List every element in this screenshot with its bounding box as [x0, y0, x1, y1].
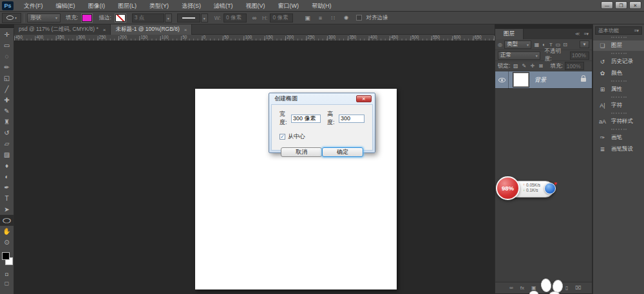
window-control-close[interactable]: ✕ — [629, 1, 641, 9]
fill-opacity-field[interactable]: 100% — [565, 62, 584, 70]
tool-quick-selection[interactable]: ✏ — [0, 62, 14, 73]
tool-zoom[interactable]: ⊙ — [0, 237, 14, 248]
tool-ellipse[interactable]: ◯ — [0, 215, 14, 226]
icon-filter-type-layers[interactable]: T — [547, 42, 554, 48]
stroke-width-field[interactable]: 3 点 — [132, 14, 164, 23]
tool-blur[interactable]: ♦ — [0, 160, 14, 171]
tab-close-icon[interactable]: × — [103, 27, 106, 33]
menu-type[interactable]: 类型(Y) — [143, 0, 175, 12]
icon-filter-adjustment-layers[interactable]: ◐ — [540, 42, 547, 48]
tool-eyedropper[interactable]: ╱ — [0, 84, 14, 95]
tool-crop[interactable]: ◱ — [0, 73, 14, 84]
menu-file[interactable]: 文件(F) — [17, 0, 50, 12]
stroke-color-swatch[interactable] — [115, 14, 126, 22]
tool-path-selection[interactable]: ➤ — [0, 204, 14, 215]
icon-link-layers[interactable]: ∞ — [509, 285, 513, 291]
icon-lock-position[interactable]: ✛ — [529, 63, 536, 69]
stroke-type-dropdown[interactable]: ▾ — [201, 14, 208, 23]
dock-panel-history[interactable]: ↺ 历史记录 — [593, 57, 644, 67]
window-control-minimize[interactable]: — — [601, 1, 613, 9]
from-center-checkbox[interactable]: ✓ — [279, 134, 285, 140]
tab-close-icon[interactable]: × — [184, 27, 187, 33]
icon-new-layer[interactable]: ▯ — [565, 285, 568, 291]
icon-gear[interactable]: ✺ — [341, 15, 351, 21]
panel-label: 画笔 — [611, 134, 622, 142]
icon-path-arrangement[interactable]: ∷ — [328, 15, 338, 21]
dialog-close-button[interactable]: ✕ — [356, 95, 372, 102]
tool-gradient[interactable]: ▨ — [0, 149, 14, 160]
layer-thumbnail[interactable] — [513, 73, 529, 87]
assistant-ball-button[interactable]: ♥ — [544, 183, 556, 194]
foreground-color-swatch[interactable] — [2, 252, 10, 260]
menu-layer[interactable]: 图层(L) — [111, 0, 143, 12]
icon-lock-transparent-pixels[interactable]: ▨ — [512, 63, 519, 69]
document-tab-psd-document[interactable]: psd @ 117% (二维码, CMYK/8) * × — [14, 24, 111, 35]
layer-row-background[interactable]: 背景 — [495, 71, 592, 89]
tool-history-brush[interactable]: ↺ — [0, 127, 14, 138]
tool-marquee[interactable]: ▭ — [0, 40, 14, 51]
tool-preset-picker[interactable]: ▾ — [2, 13, 21, 23]
dock-panel-brush-presets[interactable]: ≣ 画笔预设 — [593, 144, 644, 154]
tool-hand[interactable]: ✋ — [0, 226, 14, 237]
blend-mode-select[interactable]: 正常 ▾ — [498, 51, 540, 60]
menu-window[interactable]: 窗口(W) — [272, 0, 306, 12]
fill-color-swatch[interactable] — [82, 14, 92, 22]
icon-lock-all[interactable]: ⊠ — [537, 63, 544, 69]
tool-clone-stamp[interactable]: ♜ — [0, 116, 14, 127]
stroke-width-dropdown[interactable]: ▾ — [165, 14, 172, 23]
tool-healing-brush[interactable]: ✚ — [0, 95, 14, 106]
tool-pen[interactable]: ✒ — [0, 182, 14, 193]
icon-delete-layer[interactable]: ⌧ — [575, 285, 581, 291]
ellipse-width-input[interactable] — [291, 115, 321, 123]
dock-panel-color[interactable]: ✿ 颜色 — [593, 68, 644, 78]
tool-type[interactable]: T — [0, 193, 14, 204]
quick-mask-button[interactable]: ◘ — [0, 270, 14, 279]
icon-lock-image-pixels[interactable]: ✎ — [520, 63, 527, 69]
tool-eraser[interactable]: ▱ — [0, 138, 14, 149]
dock-panel-layers[interactable]: ❏ 图层 — [593, 41, 644, 51]
shape-height-field[interactable]: 0 像素 — [270, 14, 293, 23]
opacity-field[interactable]: 100% — [570, 51, 589, 60]
optimization-badge[interactable]: 98% — [496, 176, 520, 200]
menu-view[interactable]: 视图(V) — [240, 0, 272, 12]
menu-select[interactable]: 选择(S) — [175, 0, 207, 12]
dock-panel-character-styles[interactable]: aA 字符样式 — [593, 116, 644, 127]
ruler-label: 150 — [140, 35, 147, 39]
link-dimensions-icon[interactable]: ∞ — [249, 15, 260, 21]
align-edges-checkbox[interactable] — [356, 15, 362, 21]
tool-move[interactable]: ✛ — [0, 29, 14, 40]
icon-layer-mask[interactable]: ▣ — [531, 285, 536, 291]
dock-panel-character[interactable]: A| 字符 — [593, 100, 644, 111]
menu-filter[interactable]: 滤镜(T) — [207, 0, 240, 12]
filter-kind-select[interactable]: 类型 ▾ — [504, 41, 531, 49]
shape-width-field[interactable]: 0 像素 — [223, 14, 247, 23]
tool-lasso[interactable]: ◌ — [0, 51, 14, 62]
menu-edit[interactable]: 编辑(E) — [50, 0, 82, 12]
dock-panel-properties[interactable]: ⊞ 属性 — [593, 84, 644, 95]
icon-path-operations[interactable]: ▣ — [302, 15, 312, 21]
dock-panel-brush[interactable]: ✑ 画笔 — [593, 133, 644, 143]
icon-path-alignment[interactable]: ≡ — [315, 15, 325, 21]
collapse-panel-icon[interactable]: ≪ — [575, 32, 580, 37]
ellipse-height-input[interactable] — [339, 115, 365, 123]
tool-dodge[interactable]: ◐ — [0, 171, 14, 182]
tool-brush[interactable]: ✎ — [0, 106, 14, 116]
workspace-switcher[interactable]: 基本功能 ≡▾ — [595, 26, 642, 35]
window-control-restore[interactable]: ❐ — [615, 1, 627, 9]
cancel-button[interactable]: 取消 — [281, 147, 322, 157]
icon-layer-style[interactable]: fx — [520, 285, 524, 291]
stroke-type-picker[interactable] — [177, 14, 200, 23]
visibility-toggle[interactable] — [495, 71, 509, 89]
menu-image[interactable]: 图像(I) — [82, 0, 112, 12]
screen-mode-button[interactable]: ▢ — [0, 279, 14, 288]
icon-filter-smart-objects[interactable]: ⊡ — [562, 42, 569, 48]
filter-toggle-button[interactable]: ▼ — [580, 41, 589, 48]
icon-filter-shape-layers[interactable]: ▭ — [554, 42, 562, 48]
ok-button[interactable]: 确定 — [322, 147, 363, 157]
layers-panel-tab[interactable]: 图层 — [495, 29, 524, 39]
tool-mode-select[interactable]: 形状 ▾ — [27, 14, 61, 23]
menu-help[interactable]: 帮助(H) — [305, 0, 338, 12]
panel-menu-icon[interactable]: ≡▾ — [583, 32, 589, 37]
icon-filter-pixel-layers[interactable]: ▦ — [533, 42, 540, 48]
document-tab-untitled-document[interactable]: 未标题-1 @ 100%(RGB/8) × — [111, 24, 192, 35]
